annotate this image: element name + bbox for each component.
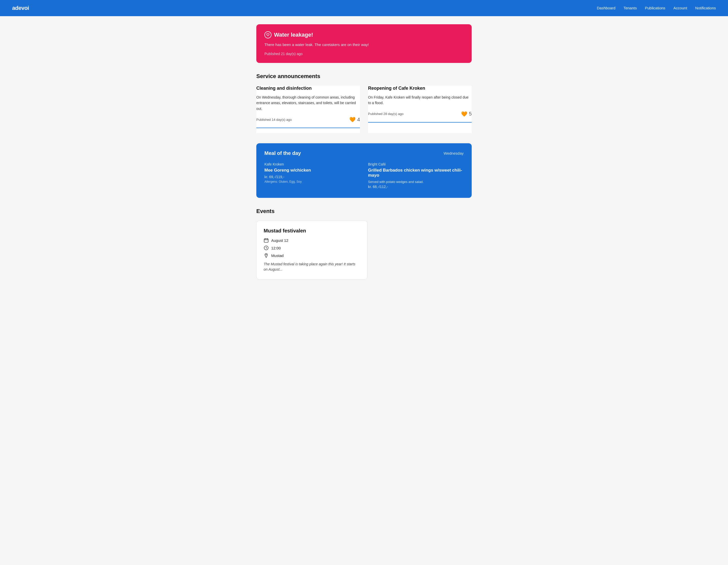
meal-price-1: kr. 69,-/119,- — [264, 175, 360, 179]
svg-point-7 — [266, 255, 267, 255]
alert-title: 🛡 Water leakage! — [264, 31, 464, 38]
alert-icon: 🛡 — [264, 31, 271, 38]
event-date: August 12 — [271, 238, 288, 243]
main-content: 🛡 Water leakage! There has been a water … — [250, 16, 478, 287]
nav-tenants[interactable]: Tenants — [624, 6, 637, 10]
calendar-icon — [264, 238, 269, 243]
svg-line-6 — [266, 248, 267, 249]
event-card-title: Mustad festivalen — [264, 228, 360, 234]
alert-title-text: Water leakage! — [274, 32, 313, 38]
reaction-emoji-1: 🧡 — [349, 117, 356, 123]
announcements-grid: Cleaning and disinfection On Wednesday, … — [256, 86, 472, 133]
meal-venue-2: Bright Café — [368, 162, 464, 166]
ann-title-1: Cleaning and disinfection — [256, 86, 360, 91]
nav-publications[interactable]: Publications — [645, 6, 665, 10]
service-announcements-section: Service announcements Cleaning and disin… — [256, 73, 472, 133]
meal-card: Meal of the day Wednesday Kafe Kroken Me… — [256, 143, 472, 198]
meal-day: Wednesday — [444, 151, 464, 155]
meal-title: Meal of the day — [264, 150, 301, 156]
event-time: 12:00 — [271, 246, 281, 250]
ann-reactions-1: 🧡 4 — [349, 117, 360, 123]
nav-account[interactable]: Account — [673, 6, 687, 10]
event-card-1: Mustad festivalen August 12 — [256, 221, 368, 280]
meals-grid: Kafe Kroken Mee Goreng w/chicken kr. 69,… — [264, 162, 464, 190]
svg-rect-0 — [264, 239, 268, 242]
meal-name-2: Grilled Barbados chicken wings w/sweet c… — [368, 168, 464, 178]
ann-published-2: Published 28 day(s) ago — [368, 112, 403, 116]
service-announcements-title: Service announcements — [256, 73, 472, 80]
meal-venue-1: Kafe Kroken — [264, 162, 360, 166]
meal-item-1: Kafe Kroken Mee Goreng w/chicken kr. 69,… — [264, 162, 360, 190]
event-location: Mustad — [271, 254, 284, 258]
ann-body-2: On Friday, Kafe Kroken will finally reop… — [368, 95, 472, 106]
event-description: The Mustad festival is taking place agai… — [264, 262, 360, 272]
nav-links: Dashboard Tenants Publications Account N… — [597, 6, 716, 10]
meal-desc-2: Served with potato wedges and salad. — [368, 180, 464, 184]
events-title: Events — [256, 208, 472, 215]
meal-allergens-1: Allergens: Gluten, Egg, Soy — [264, 180, 360, 184]
nav-notifications[interactable]: Notifications — [695, 6, 716, 10]
ann-footer-1: Published 14 day(s) ago 🧡 4 — [256, 117, 360, 128]
ann-body-1: On Wednesday, thorough cleaning of commo… — [256, 95, 360, 111]
event-date-row: August 12 — [264, 238, 360, 243]
meal-header: Meal of the day Wednesday — [264, 150, 464, 156]
alert-card: 🛡 Water leakage! There has been a water … — [256, 24, 472, 63]
reaction-count-1: 4 — [357, 117, 360, 123]
ann-reactions-2: 🧡 5 — [461, 111, 472, 117]
announcement-card-2: Reopening of Cafe Kroken On Friday, Kafe… — [368, 86, 472, 133]
location-icon — [264, 253, 269, 258]
logo: adevoi — [12, 5, 29, 11]
meal-item-2: Bright Café Grilled Barbados chicken win… — [368, 162, 464, 190]
event-time-row: 12:00 — [264, 246, 360, 251]
clock-icon — [264, 246, 269, 251]
announcement-card-1: Cleaning and disinfection On Wednesday, … — [256, 86, 360, 133]
nav-dashboard[interactable]: Dashboard — [597, 6, 615, 10]
events-section: Events Mustad festivalen August 12 — [256, 208, 472, 280]
reaction-emoji-2: 🧡 — [461, 111, 467, 117]
navbar: adevoi Dashboard Tenants Publications Ac… — [0, 0, 728, 16]
alert-body: There has been a water leak. The caretak… — [264, 42, 464, 47]
meal-name-1: Mee Goreng w/chicken — [264, 168, 360, 173]
alert-published: Published 21 day(s) ago — [264, 52, 464, 56]
event-location-row: Mustad — [264, 253, 360, 258]
ann-title-2: Reopening of Cafe Kroken — [368, 86, 472, 91]
reaction-count-2: 5 — [469, 111, 472, 117]
ann-published-1: Published 14 day(s) ago — [256, 118, 292, 122]
ann-footer-2: Published 28 day(s) ago 🧡 5 — [368, 111, 472, 123]
meal-price-2: kr. 68,-/112,- — [368, 185, 464, 189]
